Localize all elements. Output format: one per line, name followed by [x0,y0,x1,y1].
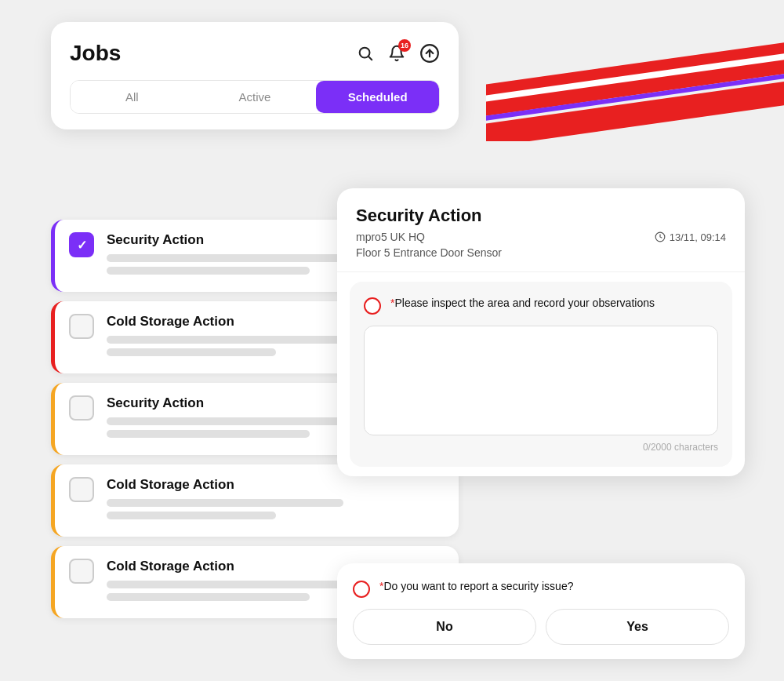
tab-scheduled[interactable]: Scheduled [316,81,439,113]
job-title-4: Cold Storage Action [107,477,445,493]
question-text-2: *Do you want to report a security issue? [379,579,573,595]
observation-textarea[interactable] [364,326,718,435]
detail-title: Security Action [356,206,726,226]
tab-bar: All Active Scheduled [70,80,440,114]
job-skeleton-4a [107,499,343,507]
form-question-1: *Please inspect the area and record your… [364,296,718,315]
answer-yes-button[interactable]: Yes [546,609,729,645]
jobs-header: Jobs 16 [70,41,440,66]
detail-header: Security Action mpro5 UK HQ 13/11, 09:14… [337,188,745,272]
detail-panel: Security Action mpro5 UK HQ 13/11, 09:14… [337,188,745,476]
job-checkbox-3[interactable] [69,395,94,421]
job-checkbox-4[interactable] [69,477,94,502]
svg-line-1 [368,56,372,60]
detail-meta: mpro5 UK HQ 13/11, 09:14 [356,231,726,243]
question-label-2: Do you want to report a security issue? [383,580,573,592]
notification-badge: 16 [398,39,411,52]
form-question-2: *Do you want to report a security issue? [353,579,729,598]
job-checkbox-2[interactable] [69,314,94,339]
stripe-decoration [486,16,784,141]
job-checkbox-1[interactable] [69,232,94,257]
page-title: Jobs [70,41,121,66]
job-skeleton-3b [107,430,310,438]
job-skeleton-1b [107,267,310,275]
detail-sublocation: Floor 5 Entrance Door Sensor [356,246,726,259]
job-skeleton-5b [107,593,310,601]
answer-no-button[interactable]: No [353,609,536,645]
radio-btn-2[interactable] [353,581,370,598]
job-checkbox-5[interactable] [69,559,94,584]
security-issue-card: *Do you want to report a security issue?… [337,563,745,659]
header-icons: 16 [357,43,440,64]
search-button[interactable] [357,45,374,62]
question-label-1: Please inspect the area and record your … [394,297,655,309]
detail-location: mpro5 UK HQ [356,231,425,243]
question-text-1: *Please inspect the area and record your… [390,296,655,311]
job-content-4: Cold Storage Action [107,477,445,524]
search-icon [357,45,374,62]
jobs-panel: Jobs 16 All Active Scheduled [51,22,459,129]
radio-btn-1[interactable] [364,297,381,315]
detail-time: 13/11, 09:14 [655,231,726,243]
upload-button[interactable] [419,43,440,64]
job-skeleton-2a [107,336,343,344]
tab-all[interactable]: All [71,81,194,113]
tab-active[interactable]: Active [194,81,317,113]
char-count: 0/2000 characters [364,442,718,453]
form-section-1: *Please inspect the area and record your… [350,282,732,467]
job-skeleton-2b [107,348,276,356]
answer-buttons: No Yes [353,609,729,645]
clock-icon [655,231,666,242]
upload-icon [419,43,440,64]
job-skeleton-4b [107,512,276,519]
notification-button[interactable]: 16 [388,45,405,62]
